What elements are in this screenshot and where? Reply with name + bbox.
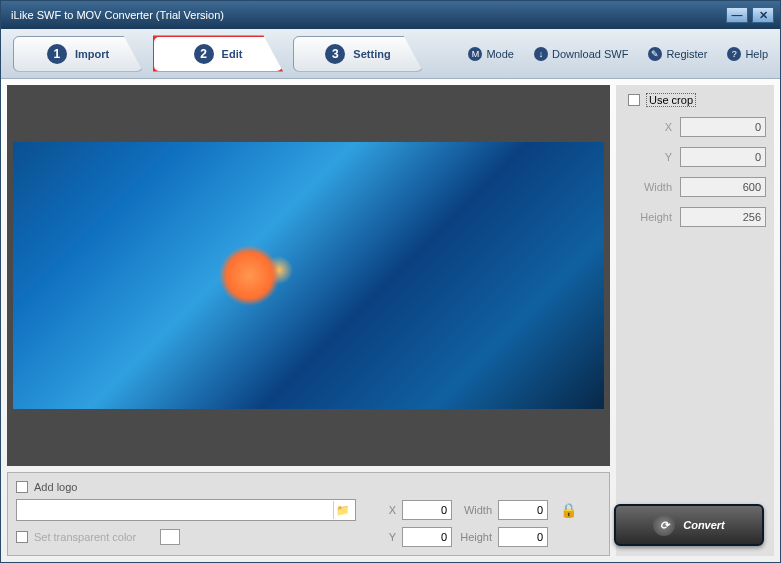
register-icon: ✎	[648, 47, 662, 61]
logo-height-input[interactable]	[498, 527, 548, 547]
mode-icon: M	[468, 47, 482, 61]
crop-height-input[interactable]	[680, 207, 766, 227]
crop-width-label: Width	[634, 181, 672, 193]
convert-icon: ⟳	[653, 514, 675, 536]
tab-setting[interactable]: 3 Setting	[293, 36, 423, 72]
logo-path-input[interactable]: 📁	[16, 499, 356, 521]
crop-panel: Use crop X Y Width Height	[616, 85, 774, 556]
use-crop-label: Use crop	[646, 93, 696, 107]
tab-edit[interactable]: 2 Edit	[153, 36, 283, 72]
logo-height-label: Height	[458, 531, 492, 543]
menu-help[interactable]: ? Help	[727, 47, 768, 61]
preview-image	[13, 142, 604, 409]
logo-width-input[interactable]	[498, 500, 548, 520]
transparent-color-label: Set transparent color	[34, 531, 154, 543]
toolbar: 1 Import 2 Edit 3 Setting M Mode ↓ Downl…	[1, 29, 780, 79]
convert-button[interactable]: ⟳ Convert	[614, 504, 764, 546]
tab-label: Import	[75, 48, 109, 60]
menu-label: Register	[666, 48, 707, 60]
transparent-color-swatch[interactable]	[160, 529, 180, 545]
menu-label: Help	[745, 48, 768, 60]
logo-panel: Add logo 📁 X Width 🔒 Set transparent col…	[7, 472, 610, 556]
crop-x-label: X	[634, 121, 672, 133]
left-panel: Add logo 📁 X Width 🔒 Set transparent col…	[7, 85, 610, 556]
close-button[interactable]: ✕	[752, 7, 774, 23]
help-icon: ?	[727, 47, 741, 61]
logo-x-input[interactable]	[402, 500, 452, 520]
crop-y-label: Y	[634, 151, 672, 163]
download-icon: ↓	[534, 47, 548, 61]
tab-label: Edit	[222, 48, 243, 60]
tab-number-icon: 2	[194, 44, 214, 64]
convert-label: Convert	[683, 519, 725, 531]
content-area: Add logo 📁 X Width 🔒 Set transparent col…	[1, 79, 780, 562]
menu-mode[interactable]: M Mode	[468, 47, 514, 61]
menu-label: Mode	[486, 48, 514, 60]
add-logo-label: Add logo	[34, 481, 77, 493]
crop-x-input[interactable]	[680, 117, 766, 137]
menu-register[interactable]: ✎ Register	[648, 47, 707, 61]
tab-label: Setting	[353, 48, 390, 60]
tab-number-icon: 3	[325, 44, 345, 64]
crop-y-input[interactable]	[680, 147, 766, 167]
logo-width-label: Width	[458, 504, 492, 516]
browse-icon[interactable]: 📁	[333, 501, 351, 519]
tab-import[interactable]: 1 Import	[13, 36, 143, 72]
minimize-button[interactable]: —	[726, 7, 748, 23]
crop-height-label: Height	[634, 211, 672, 223]
crop-width-input[interactable]	[680, 177, 766, 197]
use-crop-checkbox[interactable]	[628, 94, 640, 106]
add-logo-checkbox[interactable]	[16, 481, 28, 493]
window-title: iLike SWF to MOV Converter (Trial Versio…	[7, 9, 726, 21]
logo-y-label: Y	[362, 531, 396, 543]
titlebar: iLike SWF to MOV Converter (Trial Versio…	[1, 1, 780, 29]
logo-y-input[interactable]	[402, 527, 452, 547]
menu-label: Download SWF	[552, 48, 628, 60]
tab-number-icon: 1	[47, 44, 67, 64]
menu-download-swf[interactable]: ↓ Download SWF	[534, 47, 628, 61]
lock-icon[interactable]: 🔒	[554, 502, 577, 518]
transparent-color-checkbox[interactable]	[16, 531, 28, 543]
logo-x-label: X	[362, 504, 396, 516]
window-controls: — ✕	[726, 7, 774, 23]
app-window: iLike SWF to MOV Converter (Trial Versio…	[0, 0, 781, 563]
preview-area	[7, 85, 610, 466]
